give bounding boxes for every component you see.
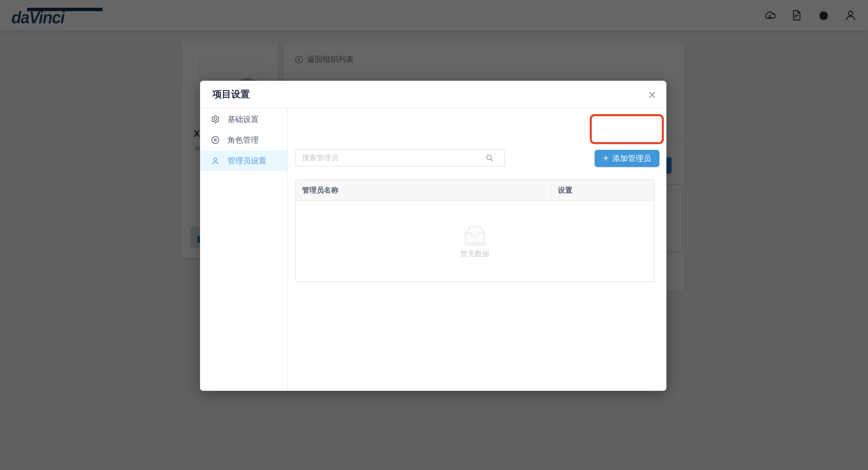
search-admin-input[interactable] xyxy=(296,149,505,167)
empty-state-text: 暂无数据 xyxy=(460,249,490,259)
registered-icon: R xyxy=(211,136,220,144)
project-settings-modal: 项目设置 × 基础设置 R 角色管理 xyxy=(200,81,666,391)
sidebar-item-admin-settings[interactable]: 管理员设置 xyxy=(200,150,287,171)
modal-body: 基础设置 R 角色管理 管理员设置 + xyxy=(200,109,666,391)
sidebar-item-role-management[interactable]: R 角色管理 xyxy=(200,130,287,150)
table-header-row: 管理员名称 设置 xyxy=(296,180,654,201)
sidebar-item-label: 基础设置 xyxy=(227,114,258,125)
add-admin-button-label: 添加管理员 xyxy=(612,153,651,164)
sidebar-item-label: 管理员设置 xyxy=(227,156,266,166)
search-icon[interactable] xyxy=(485,154,494,163)
sidebar-item-basic-settings[interactable]: 基础设置 xyxy=(200,109,287,130)
close-icon[interactable]: × xyxy=(647,87,658,103)
empty-inbox-icon xyxy=(462,224,488,246)
add-admin-button[interactable]: + 添加管理员 xyxy=(595,150,659,167)
sidebar-item-label: 角色管理 xyxy=(227,135,258,145)
column-header-settings: 设置 xyxy=(551,180,654,200)
modal-header: 项目设置 xyxy=(200,81,666,108)
plus-icon: + xyxy=(603,153,609,163)
person-icon xyxy=(211,156,220,165)
svg-text:R: R xyxy=(214,138,217,142)
gear-icon xyxy=(211,115,220,124)
table-empty-body: 暂无数据 xyxy=(296,201,654,281)
modal-sidebar: 基础设置 R 角色管理 管理员设置 xyxy=(200,109,288,391)
column-header-admin-name: 管理员名称 xyxy=(296,180,551,200)
modal-title: 项目设置 xyxy=(213,88,250,101)
admin-table: 管理员名称 设置 暂无数据 xyxy=(296,179,654,282)
